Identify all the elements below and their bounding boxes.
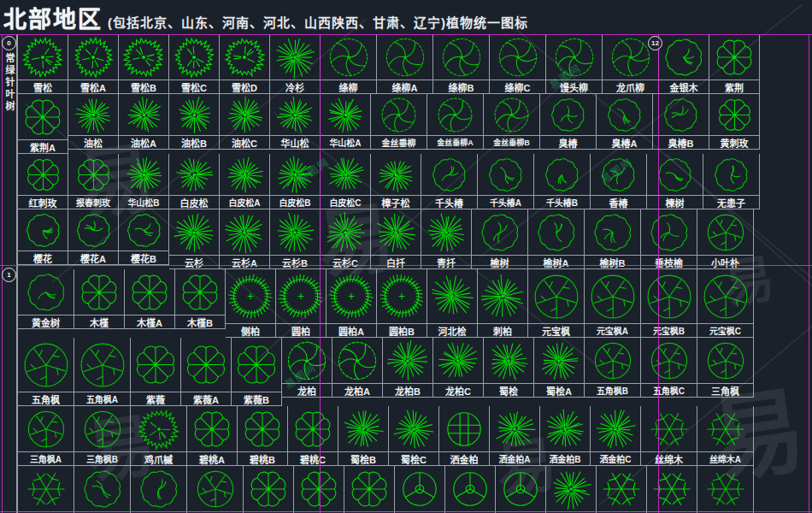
plant-cell[interactable]: 金丝垂柳 bbox=[371, 94, 427, 150]
plant-cell[interactable]: 龙柏A bbox=[332, 338, 383, 398]
plant-cell[interactable]: 五角枫 bbox=[18, 338, 74, 406]
plant-cell[interactable]: 洒金柏B bbox=[540, 406, 591, 466]
plant-cell[interactable]: 榆树A bbox=[528, 209, 585, 269]
plant-cell[interactable]: 榆树B bbox=[585, 209, 641, 269]
plant-cell[interactable]: 油松B bbox=[169, 94, 220, 150]
plant-cell[interactable]: 榆叶梅A bbox=[294, 466, 344, 513]
plant-cell[interactable]: 圆柏B bbox=[377, 269, 427, 338]
plant-cell[interactable]: 白皮松C bbox=[321, 154, 371, 209]
plant-cell[interactable]: 元宝枫B bbox=[641, 269, 697, 338]
plant-cell[interactable]: 臭椿B bbox=[653, 94, 709, 150]
plant-cell[interactable]: 碧桃A bbox=[187, 406, 238, 466]
plant-cell[interactable]: 樱花B bbox=[119, 209, 169, 265]
plant-cell[interactable]: 洒金柏C bbox=[591, 406, 641, 466]
plant-cell[interactable]: 楝树 bbox=[647, 154, 703, 209]
plant-cell[interactable]: 木槿 bbox=[74, 269, 125, 329]
plant-cell[interactable]: 黄刺玫 bbox=[709, 94, 760, 150]
plant-cell[interactable]: 金银木 bbox=[659, 34, 709, 94]
plant-cell[interactable]: 丝绵木B bbox=[18, 466, 74, 513]
plant-cell[interactable]: 榆叶梅B bbox=[344, 466, 395, 513]
plant-cell[interactable]: 三角枫 bbox=[697, 338, 754, 398]
plant-cell[interactable]: 鹿角柏 bbox=[597, 466, 647, 513]
plant-cell[interactable]: 蜀桧 bbox=[484, 338, 534, 398]
plant-cell[interactable]: 樱花 bbox=[18, 209, 68, 265]
plant-cell[interactable]: 雪松D bbox=[220, 34, 270, 94]
plant-cell[interactable]: 无患子 bbox=[703, 154, 760, 209]
plant-cell[interactable]: 龙柏B bbox=[383, 338, 433, 398]
plant-cell[interactable]: 云杉B bbox=[270, 209, 321, 269]
plant-cell[interactable]: 小叶朴 bbox=[697, 209, 754, 269]
plant-cell[interactable]: 枣树 bbox=[697, 466, 754, 513]
plant-cell[interactable]: 香椿 bbox=[591, 154, 647, 209]
plant-cell[interactable]: 馒头柳 bbox=[546, 34, 603, 94]
plant-cell[interactable]: 鸡爪槭 bbox=[131, 406, 187, 466]
plant-cell[interactable]: 碧桃C bbox=[288, 406, 338, 466]
plant-cell[interactable]: 雪松A bbox=[68, 34, 119, 94]
plant-cell[interactable]: 华山松A bbox=[321, 94, 371, 150]
plant-cell[interactable]: 油松 bbox=[68, 94, 119, 150]
plant-cell[interactable]: 臭椿 bbox=[540, 94, 597, 150]
plant-cell[interactable]: 白皮松A bbox=[220, 154, 270, 209]
plant-cell[interactable]: 华山松B bbox=[119, 154, 169, 209]
plant-cell[interactable]: 榆叶梅 bbox=[244, 466, 294, 513]
plant-cell[interactable]: 报春刺玫 bbox=[68, 154, 119, 209]
plant-cell[interactable]: 绦柳C bbox=[490, 34, 546, 94]
plant-cell[interactable]: 元宝枫C bbox=[697, 269, 754, 338]
plant-cell[interactable]: 油松C bbox=[220, 94, 270, 150]
plant-cell[interactable]: 洒金柏A bbox=[490, 406, 540, 466]
plant-cell[interactable]: 白皮松B bbox=[270, 154, 321, 209]
plant-cell[interactable]: 紫荆A bbox=[18, 94, 68, 154]
plant-cell[interactable]: 洒金柏 bbox=[439, 406, 490, 466]
plant-cell[interactable]: 龙柏 bbox=[282, 338, 332, 398]
plant-cell[interactable]: 碧桃B bbox=[238, 406, 288, 466]
plant-cell[interactable]: 蜀桧C bbox=[389, 406, 439, 466]
plant-cell[interactable]: 千头椿A bbox=[478, 154, 534, 209]
plant-cell[interactable]: 云杉A bbox=[220, 209, 270, 269]
plant-cell[interactable]: 圆柏 bbox=[276, 269, 327, 338]
plant-cell[interactable]: 山东桧 bbox=[445, 466, 496, 513]
plant-cell[interactable]: 绦柳A bbox=[377, 34, 433, 94]
plant-cell[interactable]: 偃柏 bbox=[496, 466, 546, 513]
plant-cell[interactable]: 丝绵木 bbox=[641, 406, 697, 466]
plant-cell[interactable]: 龙柏C bbox=[433, 338, 484, 398]
plant-cell[interactable]: 刺柏 bbox=[478, 269, 528, 338]
plant-cell[interactable]: 冷杉 bbox=[270, 34, 321, 94]
plant-cell[interactable]: 雪松C bbox=[169, 34, 220, 94]
plant-cell[interactable]: 红刺玫 bbox=[18, 154, 68, 209]
plant-cell[interactable]: 圆柏A bbox=[327, 269, 377, 338]
plant-cell[interactable]: 丝绵木A bbox=[697, 406, 754, 466]
plant-cell[interactable]: 紫薇 bbox=[131, 338, 181, 406]
plant-cell[interactable]: 紫薇B bbox=[232, 338, 282, 406]
plant-cell[interactable]: 雪松 bbox=[18, 34, 68, 94]
plant-cell[interactable]: 千头椿 bbox=[421, 154, 478, 209]
plant-cell[interactable]: 垂枝榆 bbox=[641, 209, 697, 269]
plant-cell[interactable]: 三角枫A bbox=[18, 406, 74, 466]
plant-cell[interactable]: 粗榧 bbox=[647, 466, 697, 513]
plant-cell[interactable]: 五角枫C bbox=[641, 338, 697, 398]
plant-cell[interactable]: 蜀桧A bbox=[534, 338, 585, 398]
plant-cell[interactable]: 木槿A bbox=[125, 269, 175, 329]
plant-cell[interactable]: 五角枫B bbox=[585, 338, 641, 398]
plant-cell[interactable]: 三角枫B bbox=[74, 406, 131, 466]
plant-cell[interactable]: 元宝枫 bbox=[528, 269, 585, 338]
plant-cell[interactable]: 山皂荚 bbox=[131, 466, 187, 513]
plant-cell[interactable]: 榆树 bbox=[472, 209, 528, 269]
plant-cell[interactable]: 皂荚 bbox=[74, 466, 131, 513]
plant-cell[interactable]: 臭椿A bbox=[597, 94, 653, 150]
plant-cell[interactable]: 樟子松 bbox=[371, 154, 421, 209]
plant-cell[interactable]: 五角枫A bbox=[74, 338, 131, 406]
plant-cell[interactable]: 紫薇A bbox=[181, 338, 232, 406]
plant-cell[interactable]: 白皮松 bbox=[169, 154, 220, 209]
plant-cell[interactable]: 柿树 bbox=[187, 466, 244, 513]
plant-cell[interactable]: 元宝枫A bbox=[585, 269, 641, 338]
plant-cell[interactable]: 雪松B bbox=[119, 34, 169, 94]
plant-cell[interactable]: 青扦 bbox=[421, 209, 472, 269]
plant-cell[interactable]: 木槿B bbox=[175, 269, 226, 329]
plant-cell[interactable]: 侧柏 bbox=[226, 269, 276, 338]
plant-cell[interactable]: 千头椿B bbox=[534, 154, 591, 209]
plant-cell[interactable]: 蜀桧B bbox=[338, 406, 389, 466]
plant-cell[interactable]: 金丝垂柳A bbox=[427, 94, 484, 150]
plant-cell[interactable]: 华山松 bbox=[270, 94, 321, 150]
plant-cell[interactable]: 绦柳B bbox=[433, 34, 490, 94]
plant-cell[interactable]: 油松A bbox=[119, 94, 169, 150]
